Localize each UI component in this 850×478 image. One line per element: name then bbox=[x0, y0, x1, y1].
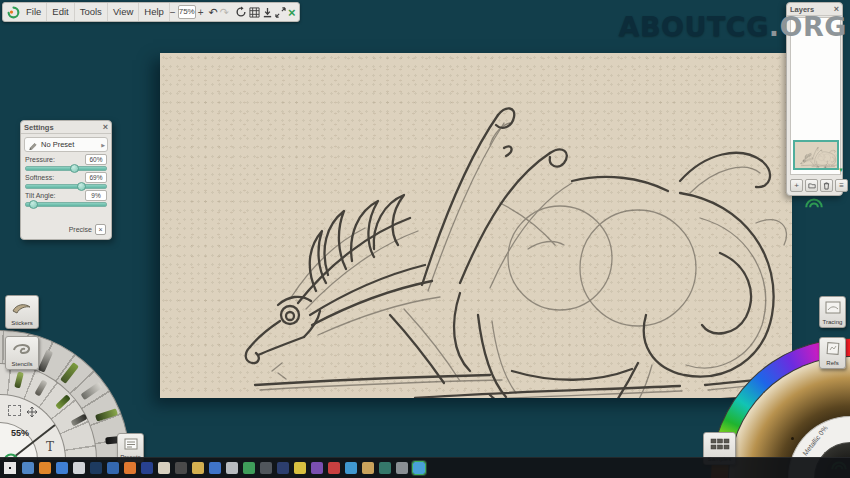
menu-edit[interactable]: Edit bbox=[47, 3, 74, 21]
menu-tools[interactable]: Tools bbox=[75, 3, 108, 21]
pressure-slider-thumb[interactable] bbox=[70, 164, 79, 173]
taskbar-app-icon[interactable] bbox=[175, 462, 187, 474]
tilt-angle-slider-row: Tilt Angle: 9% bbox=[25, 190, 107, 207]
dragon-sketch bbox=[160, 53, 792, 398]
taskbar-app-icon[interactable] bbox=[192, 462, 204, 474]
menu-view[interactable]: View bbox=[108, 3, 139, 21]
tracing-button[interactable]: Tracing bbox=[819, 296, 846, 328]
color-cursor-dot bbox=[791, 437, 794, 440]
brush-size-value[interactable]: 55% bbox=[11, 428, 29, 438]
transform-tool-icon[interactable] bbox=[26, 406, 38, 418]
layer-thumbnail-sketch bbox=[795, 142, 837, 168]
watermark-suffix: .ORG bbox=[769, 11, 847, 42]
refs-button[interactable]: Refs bbox=[819, 337, 846, 369]
redo-icon[interactable]: ↷ bbox=[220, 5, 229, 19]
pressure-slider[interactable] bbox=[25, 166, 107, 171]
taskbar-app-icon[interactable] bbox=[396, 462, 408, 474]
watermark: ABOUTCG.ORG bbox=[619, 11, 847, 42]
close-app-icon[interactable]: × bbox=[288, 5, 296, 19]
menu-file[interactable]: File bbox=[21, 3, 47, 21]
taskbar-app-icon[interactable] bbox=[39, 462, 51, 474]
taskbar-app-icon[interactable] bbox=[56, 462, 68, 474]
zoom-level-field[interactable]: 75% bbox=[178, 5, 196, 19]
preset-selector[interactable]: No Preset ▶ bbox=[24, 137, 108, 152]
preset-name: No Preset bbox=[41, 140, 101, 149]
taskbar-app-icon[interactable] bbox=[209, 462, 221, 474]
stencils-label: Stencils bbox=[11, 360, 32, 369]
import-download-icon[interactable] bbox=[262, 5, 273, 19]
stencils-icon bbox=[6, 337, 38, 360]
precise-option: Precise × bbox=[69, 224, 106, 235]
taskbar-app-icon[interactable] bbox=[90, 462, 102, 474]
pencil-icon bbox=[27, 140, 38, 150]
artrage-logo-icon bbox=[7, 5, 20, 19]
softness-label: Softness: bbox=[25, 174, 54, 181]
precise-checkbox[interactable]: × bbox=[95, 224, 106, 235]
layer-group-button[interactable] bbox=[805, 179, 818, 192]
windows-taskbar bbox=[0, 457, 850, 478]
tilt-angle-slider[interactable] bbox=[25, 202, 107, 207]
taskbar-app-icon[interactable] bbox=[260, 462, 272, 474]
stencils-button[interactable]: Stencils bbox=[5, 336, 39, 370]
add-layer-button[interactable]: + bbox=[790, 179, 803, 192]
drawing-canvas[interactable] bbox=[160, 53, 792, 398]
softness-slider[interactable] bbox=[25, 184, 107, 189]
tilt-angle-slider-thumb[interactable] bbox=[29, 200, 38, 209]
text-tool-icon[interactable]: T bbox=[46, 440, 54, 454]
layer-menu-button[interactable]: ≡ bbox=[835, 179, 848, 192]
layer-buttons: + ≡ bbox=[790, 179, 848, 192]
delete-layer-button[interactable] bbox=[820, 179, 833, 192]
taskbar-app-icon[interactable] bbox=[294, 462, 306, 474]
settings-panel-header[interactable]: Settings × bbox=[21, 121, 111, 134]
pressure-slider-row: Pressure: 60% bbox=[25, 154, 107, 171]
taskbar-active-app-icon[interactable] bbox=[413, 462, 425, 474]
taskbar-app-icon[interactable] bbox=[243, 462, 255, 474]
layers-collapse-handle-icon[interactable] bbox=[802, 197, 826, 209]
softness-slider-row: Softness: 69% bbox=[25, 172, 107, 189]
taskbar-app-icon[interactable] bbox=[328, 462, 340, 474]
taskbar-app-icon[interactable] bbox=[345, 462, 357, 474]
presets-icon bbox=[118, 434, 143, 453]
stickers-label: Stickers bbox=[11, 319, 32, 328]
settings-panel: Settings × No Preset ▶ Pressure: 60% Sof… bbox=[20, 120, 112, 240]
active-layer-thumbnail[interactable] bbox=[793, 140, 839, 170]
tilt-angle-label: Tilt Angle: bbox=[25, 192, 55, 199]
samples-icon bbox=[704, 433, 735, 455]
zoom-out-button[interactable]: − bbox=[170, 7, 176, 18]
tilt-angle-value: 9% bbox=[85, 190, 107, 201]
tracing-icon bbox=[820, 297, 845, 318]
folder-icon bbox=[808, 182, 816, 189]
taskbar-app-icon[interactable] bbox=[379, 462, 391, 474]
watermark-brand: ABOUTCG bbox=[619, 11, 769, 42]
taskbar-app-icon[interactable] bbox=[22, 462, 34, 474]
zoom-in-button[interactable]: + bbox=[198, 7, 204, 18]
softness-value: 69% bbox=[85, 172, 107, 183]
rotate-view-icon[interactable] bbox=[235, 5, 247, 19]
taskbar-start-button[interactable] bbox=[4, 462, 16, 474]
artrage-application-window: File Edit Tools View Help − 75% + ↶ ↷ × … bbox=[0, 0, 850, 478]
taskbar-app-icon[interactable] bbox=[124, 462, 136, 474]
taskbar-app-icon[interactable] bbox=[141, 462, 153, 474]
settings-close-icon[interactable]: × bbox=[103, 123, 108, 132]
taskbar-app-icon[interactable] bbox=[107, 462, 119, 474]
pressure-value: 60% bbox=[85, 154, 107, 165]
taskbar-app-icon[interactable] bbox=[277, 462, 289, 474]
settings-panel-title: Settings bbox=[24, 123, 54, 132]
taskbar-app-icon[interactable] bbox=[226, 462, 238, 474]
precise-label: Precise bbox=[69, 226, 92, 233]
menu-help[interactable]: Help bbox=[139, 3, 170, 21]
taskbar-app-icon[interactable] bbox=[362, 462, 374, 474]
undo-icon[interactable]: ↶ bbox=[209, 5, 218, 19]
selection-tool-icon[interactable] bbox=[8, 405, 21, 416]
refs-label: Refs bbox=[826, 359, 838, 368]
menubar: File Edit Tools View Help − 75% + ↶ ↷ × bbox=[2, 2, 300, 22]
fullscreen-icon[interactable] bbox=[275, 5, 286, 19]
taskbar-app-icon[interactable] bbox=[73, 462, 85, 474]
layers-scroll-down-icon[interactable]: ▼ bbox=[838, 167, 844, 173]
grid-icon[interactable] bbox=[249, 5, 260, 19]
refs-icon bbox=[820, 338, 845, 359]
taskbar-app-icon[interactable] bbox=[158, 462, 170, 474]
stickers-button[interactable]: Stickers bbox=[5, 295, 39, 329]
stickers-icon bbox=[6, 296, 38, 319]
taskbar-app-icon[interactable] bbox=[311, 462, 323, 474]
